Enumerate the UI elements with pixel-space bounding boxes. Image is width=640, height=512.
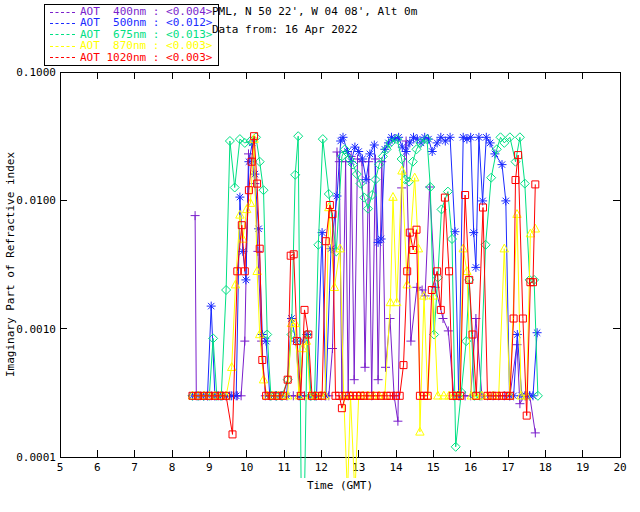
plot-header: PML, N 50 22', W 04 08', Alt 0m Data fro… (212, 3, 417, 39)
x-tick-label: 14 (389, 461, 403, 474)
y-tick-label: 0.0100 (16, 194, 56, 207)
refractive-index-chart: 5678910111213141516171819200.00010.00100… (0, 0, 640, 512)
legend-line-sample (50, 20, 75, 24)
x-tick-label: 17 (501, 461, 514, 474)
legend-line-sample (50, 31, 75, 35)
legend-line-sample (50, 43, 75, 47)
legend-line-sample (50, 9, 75, 13)
x-tick-label: 15 (427, 461, 440, 474)
x-tick-label: 8 (169, 461, 176, 474)
y-tick-label: 0.0010 (16, 323, 56, 336)
legend-line-sample (50, 54, 75, 58)
series-aot-675nm (188, 132, 542, 496)
x-tick-label: 6 (94, 461, 101, 474)
x-tick-label: 10 (240, 461, 253, 474)
y-axis-title: Imaginary Part of Refractive index (4, 152, 17, 378)
x-tick-label: 12 (315, 461, 328, 474)
legend-entry-aot-1020nm: AOT 1020nm : <0.003> (50, 52, 212, 63)
x-tick-label: 5 (57, 461, 64, 474)
x-tick-label: 16 (464, 461, 477, 474)
x-tick-label: 7 (131, 461, 138, 474)
aeronet-refractive-index-screen: AOT 400nm : <0.004>AOT 500nm : <0.012>AO… (0, 0, 640, 512)
x-tick-label: 11 (277, 461, 290, 474)
site-location-text: PML, N 50 22', W 04 08', Alt 0m (212, 3, 417, 21)
data-date-text: Data from: 16 Apr 2022 (212, 21, 417, 39)
x-tick-label: 20 (613, 461, 626, 474)
x-axis-title: Time (GMT) (307, 479, 373, 492)
x-tick-label: 9 (206, 461, 213, 474)
legend-entry-label: AOT 1020nm : <0.003> (80, 51, 212, 64)
legend-box: AOT 400nm : <0.004>AOT 500nm : <0.012>AO… (44, 4, 219, 66)
y-tick-label: 0.1000 (16, 66, 56, 79)
y-tick-label: 0.0001 (16, 451, 56, 464)
x-tick-label: 18 (539, 461, 552, 474)
x-tick-label: 19 (576, 461, 589, 474)
